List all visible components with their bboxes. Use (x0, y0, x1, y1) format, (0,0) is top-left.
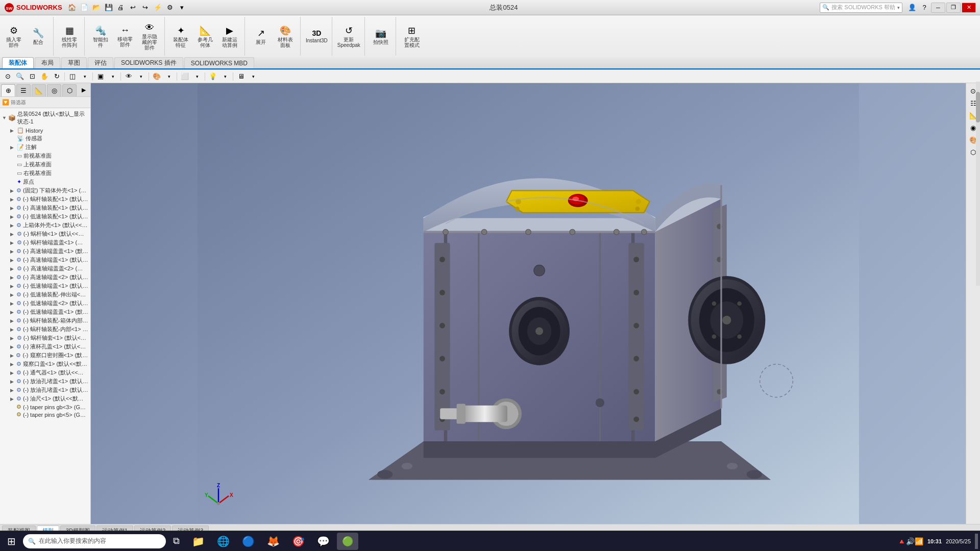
panel-tab-3[interactable]: ◎ (47, 84, 61, 96)
hide-show-down[interactable]: ▾ (135, 71, 146, 82)
restore-btn[interactable]: ❐ (946, 3, 961, 13)
sw-taskbar-btn[interactable]: 🟢 (337, 533, 358, 550)
tree-item-comp3[interactable]: ▶⚙(-) 高速轴装配<1> (默认<默认 (0, 204, 90, 212)
linear-pattern-btn[interactable]: ▦ 线性零件阵列 (58, 24, 81, 49)
panel-tab-4[interactable]: ⬡ (62, 84, 77, 96)
pan-btn[interactable]: ✋ (39, 71, 50, 82)
tree-item-notes[interactable]: ▶ 📝 注解 (0, 143, 90, 152)
search-dropdown[interactable]: ▾ (897, 5, 900, 10)
display-down[interactable]: ▾ (107, 71, 118, 82)
tree-item-comp12[interactable]: ▶⚙(-) 低速轴端盖<1> (默认<<默 (0, 282, 90, 290)
tree-root-node[interactable]: ▼ 📦 总装0524 (默认<默认_显示状态-1 (0, 109, 90, 127)
view-orient-btn[interactable]: ◫ (67, 71, 78, 82)
tab-sketch[interactable]: 草图 (61, 57, 87, 68)
section-btn[interactable]: ⬜ (179, 71, 190, 82)
start-btn[interactable]: ⊞ (2, 533, 21, 550)
tree-item-comp7[interactable]: ▶⚙(-) 蜗杆轴端盖盖<1> (默认< (0, 238, 90, 247)
tree-item-comp5[interactable]: ▶⚙上箱体外壳<1> (默认<<默认> (0, 221, 90, 230)
zoom-in-btn[interactable]: 🔍 (14, 71, 26, 82)
view-orient-down[interactable]: ▾ (79, 71, 90, 82)
expand-btn[interactable]: ↗ 展开 (249, 27, 273, 46)
tree-item-comp23[interactable]: ▶⚙(-) 放油孔堵盖<1> (默认<<默 (0, 377, 90, 386)
user-btn[interactable]: 👤 (906, 3, 918, 13)
rotate-btn[interactable]: ↻ (51, 71, 62, 82)
tree-item-comp25[interactable]: ▶⚙(-) 油尺<1> (默认<<默认>_显 (0, 394, 90, 403)
tree-item-comp24[interactable]: ▶⚙(-) 放油孔堵盖<1> (默认<<默 (0, 386, 90, 394)
file-explorer-btn[interactable]: 📁 (187, 533, 210, 550)
redo-btn[interactable]: ↪ (140, 3, 151, 13)
material-surface-btn[interactable]: 🎨 材料表面板 (274, 24, 297, 49)
help-btn[interactable]: ? (919, 3, 930, 13)
panel-tab-1[interactable]: ☰ (16, 84, 31, 96)
options-btn[interactable]: ⚙ (164, 3, 176, 13)
tree-item-origin[interactable]: ✦ 原点 (0, 178, 90, 186)
hide-show-btn[interactable]: 👁 (123, 71, 134, 82)
tab-sw-plugin[interactable]: SOLIDWORKS 插件 (114, 57, 183, 68)
instant3d-btn[interactable]: 3D Instant3D (305, 28, 329, 44)
update-speedpak-btn[interactable]: ↺ 更新Speedpak (336, 24, 361, 49)
tree-item-comp26[interactable]: ⚙(-) taper pins gb<3> (GB_CC (0, 403, 90, 411)
show-hidden-btn[interactable]: 👁 显示隐藏的零部件 (138, 21, 161, 52)
tab-evaluate[interactable]: 评估 (88, 57, 113, 68)
reference-geometry-btn[interactable]: 📐 参考几何体 (193, 24, 217, 49)
title-search-box[interactable]: 🔍 搜索 SOLIDWORKS 帮助 ▾ (820, 3, 902, 13)
appearance-down[interactable]: ▾ (163, 71, 175, 82)
new-motion-btn[interactable]: ▶ 新建运动算例 (218, 24, 241, 49)
tab-assembly[interactable]: 装配体 (2, 57, 34, 68)
insert-component-btn[interactable]: ⚙ 插入零部件 (2, 24, 26, 49)
new-btn[interactable]: 📄 (79, 3, 90, 13)
tree-item-comp10[interactable]: ▶⚙(-) 高速轴端盖盖<2> (默认< (0, 264, 90, 273)
tree-item-sensors[interactable]: 📡 传感器 (0, 134, 90, 143)
chrome-btn[interactable]: 🔵 (237, 533, 260, 550)
show-desktop-btn[interactable] (975, 534, 978, 549)
panel-expand-btn[interactable]: ▶ (78, 84, 89, 95)
app-btn-5[interactable]: 🎯 (287, 533, 310, 550)
lighting-btn[interactable]: 💡 (207, 71, 218, 82)
distributed-mode-btn[interactable]: ⊞ 扩充配置模式 (400, 24, 424, 49)
tree-item-comp8[interactable]: ▶⚙(-) 高速轴端盖盖<1> (默认<< (0, 247, 90, 256)
tree-item-comp9[interactable]: ▶⚙(-) 高速轴端盖<1> (默认<<默 (0, 256, 90, 264)
minimize-btn[interactable]: ─ (931, 3, 945, 13)
tree-item-comp21[interactable]: ▶⚙窥察口盖<1> (默认<<默认>_显 (0, 360, 90, 368)
save-btn[interactable]: 💾 (103, 3, 114, 13)
firefox-btn[interactable]: 🦊 (262, 533, 285, 550)
taskbar-search[interactable]: 🔍 在此输入你要搜索的内容 (23, 534, 166, 548)
tree-item-comp27[interactable]: ⚙(-) taper pins gb<5> (GB_CC (0, 411, 90, 418)
quick-access-more[interactable]: ▾ (177, 3, 188, 13)
tree-item-comp22[interactable]: ▶⚙(-) 通气器<1> (默认<<默认>_ (0, 368, 90, 377)
tree-item-top-plane[interactable]: ▭ 上视基准面 (0, 160, 90, 169)
display-style-btn[interactable]: ▣ (95, 71, 106, 82)
lighting-down[interactable]: ▾ (219, 71, 231, 82)
tree-item-comp17[interactable]: ▶⚙(-) 蜗杆轴装配-内部<1> (默认 (0, 325, 90, 334)
close-btn[interactable]: ✕ (962, 3, 976, 13)
tab-layout[interactable]: 布局 (35, 57, 60, 68)
move-component-btn[interactable]: ↔ 移动零部件 (113, 24, 137, 48)
section-down[interactable]: ▾ (191, 71, 203, 82)
tree-item-comp2[interactable]: ▶⚙(-) 蜗杆轴装配<1> (默认<默认 (0, 195, 90, 204)
print-btn[interactable]: 🖨 (115, 3, 127, 13)
tree-item-comp6[interactable]: ▶⚙(-) 蜗杆轴<1> (默认<<默认 (0, 230, 90, 238)
zoom-fit-btn[interactable]: ⊙ (2, 71, 13, 82)
view-3d-down[interactable]: ▾ (248, 71, 259, 82)
tree-item-comp14[interactable]: ▶⚙(-) 低速轴端盖<2> (默认<<默 (0, 299, 90, 308)
undo-btn[interactable]: ↩ (128, 3, 139, 13)
wechat-btn[interactable]: 💬 (312, 533, 335, 550)
tree-item-comp15[interactable]: ▶⚙(-) 低速轴端盖盖<1> (默认<< (0, 308, 90, 316)
tree-item-comp13[interactable]: ▶⚙(-) 低速轴装配-伸出端<1> (默 (0, 290, 90, 299)
tree-item-comp18[interactable]: ▶⚙(-) 蜗杆轴套<1> (默认<<默 (0, 334, 90, 342)
tree-item-comp1[interactable]: ▶⚙(固定) 下箱体外壳<1> (默认< (0, 186, 90, 195)
tree-item-comp19[interactable]: ▶⚙(-) 液杯孔盖<1> (默认<<默认 (0, 342, 90, 351)
assembly-feature-btn[interactable]: ✦ 装配体特征 (169, 24, 192, 49)
zoom-area-btn[interactable]: ⊡ (27, 71, 38, 82)
view-3d-btn[interactable]: 🖥 (235, 71, 247, 82)
task-view-btn[interactable]: ⧉ (168, 533, 185, 550)
tree-item-history[interactable]: ▶ 📋 History (0, 127, 90, 134)
mate-btn[interactable]: 🔧 配合 (27, 27, 50, 46)
edge-btn[interactable]: 🌐 (212, 533, 235, 550)
model-viewport[interactable]: X Y Z (91, 83, 966, 524)
panel-tab-2[interactable]: 📐 (32, 84, 46, 96)
home-btn[interactable]: 🏠 (66, 3, 78, 13)
tree-item-comp20[interactable]: ▶⚙(-) 窥察口密封圈<1> (默认<<默 (0, 351, 90, 360)
tree-item-right-plane[interactable]: ▭ 右视基准面 (0, 169, 90, 178)
panel-tab-0[interactable]: ⊕ (1, 84, 15, 96)
